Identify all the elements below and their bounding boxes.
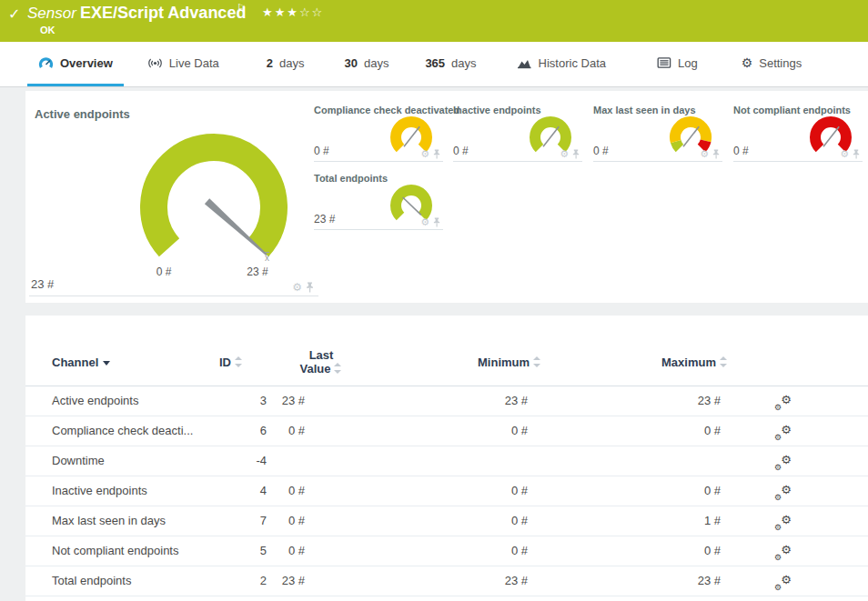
gear-icon: ⚙ bbox=[781, 424, 792, 436]
broadcast-icon bbox=[147, 56, 163, 70]
gauges-panel: Active endpoints 0 # 23 # x 23 # ⚙ Compl… bbox=[25, 91, 868, 303]
maximum-cell: 0 # bbox=[704, 544, 721, 557]
column-label: Channel bbox=[52, 356, 98, 369]
table-header-row: Channel ID Last Value Minimum Maximum bbox=[25, 316, 868, 386]
column-header-maximum[interactable]: Maximum bbox=[661, 356, 728, 369]
pin-icon[interactable] bbox=[305, 282, 315, 293]
channel-settings-icon[interactable]: ⚙⚙ bbox=[774, 424, 792, 442]
last-value-cell: 0 # bbox=[288, 424, 305, 437]
gear-icon[interactable]: ⚙ bbox=[840, 149, 849, 159]
gear-icon: ⚙ bbox=[781, 544, 792, 556]
object-kind-label: Sensor bbox=[27, 5, 76, 23]
maximum-cell: 1 # bbox=[704, 514, 721, 527]
tab-label: Live Data bbox=[169, 56, 219, 70]
gauge-value: 0 # bbox=[593, 145, 609, 157]
channel-settings-icon[interactable]: ⚙⚙ bbox=[774, 514, 792, 532]
pin-icon[interactable] bbox=[432, 217, 441, 227]
gauge-value: 0 # bbox=[453, 145, 469, 157]
tab-label: Log bbox=[678, 56, 698, 70]
sort-icon[interactable] bbox=[334, 363, 342, 374]
pin-icon[interactable] bbox=[432, 149, 441, 159]
channel-name-cell: Max last seen in days bbox=[52, 514, 166, 527]
sort-icon[interactable] bbox=[720, 356, 728, 367]
minimum-cell: 23 # bbox=[505, 574, 528, 587]
tab-label: Historic Data bbox=[539, 56, 606, 70]
channel-settings-icon[interactable]: ⚙⚙ bbox=[774, 574, 792, 592]
gauge-icon bbox=[38, 56, 54, 70]
tab-log[interactable]: Log bbox=[646, 42, 709, 86]
minimum-cell: 0 # bbox=[511, 544, 528, 557]
sort-icon[interactable] bbox=[235, 356, 243, 367]
tab-number: 2 bbox=[267, 56, 273, 70]
caret-down-icon bbox=[103, 361, 110, 366]
channel-settings-icon[interactable]: ⚙⚙ bbox=[774, 454, 792, 472]
channel-settings-icon[interactable]: ⚙⚙ bbox=[774, 484, 792, 502]
channel-id-cell: -4 bbox=[256, 454, 267, 467]
gear-icon[interactable]: ⚙ bbox=[292, 282, 302, 293]
tab-label: days bbox=[364, 56, 389, 70]
tab-overview[interactable]: Overview bbox=[27, 42, 124, 86]
table-row: Not compliant endpoints 5 0 # 0 # 0 # ⚙⚙ bbox=[25, 536, 868, 566]
gauge-card-not-compliant-endpoints: Not compliant endpoints 0 # ⚙ bbox=[733, 105, 863, 162]
tab-live-data[interactable]: Live Data bbox=[136, 42, 230, 86]
ok-check-icon: ✓ bbox=[8, 5, 20, 23]
tab-number: 30 bbox=[344, 56, 357, 70]
priority-stars[interactable]: ★★★☆☆ bbox=[262, 5, 324, 19]
maximum-cell: 0 # bbox=[704, 484, 721, 497]
column-label: Maximum bbox=[661, 356, 716, 369]
pin-icon[interactable] bbox=[571, 149, 580, 159]
gear-icon[interactable]: ⚙ bbox=[700, 149, 709, 159]
tab-historic-data[interactable]: Historic Data bbox=[506, 42, 617, 86]
channel-settings-icon[interactable]: ⚙⚙ bbox=[774, 394, 792, 412]
minimum-cell: 0 # bbox=[511, 484, 528, 497]
channel-id-cell: 4 bbox=[260, 484, 267, 497]
gear-icon[interactable]: ⚙ bbox=[420, 149, 429, 159]
flag-icon[interactable]: ⚐ bbox=[237, 2, 247, 15]
sensor-page: ✓ Sensor EXE/Script Advanced ⚐ ★★★☆☆ OK … bbox=[0, 0, 868, 601]
channel-name-cell: Active endpoints bbox=[52, 394, 138, 407]
tab-label: Settings bbox=[759, 56, 802, 70]
tab-30-days[interactable]: 30 days bbox=[333, 42, 399, 86]
tab-bar: Overview Live Data 2 days 30 days 365 da… bbox=[0, 42, 868, 87]
log-icon bbox=[657, 56, 671, 69]
maximum-cell: 23 # bbox=[698, 574, 721, 587]
column-header-channel[interactable]: Channel bbox=[52, 356, 110, 369]
minimum-cell: 0 # bbox=[511, 514, 528, 527]
gauge-scale-min: 0 # bbox=[136, 265, 191, 278]
gauge-card-compliance-check-deactivated: Compliance check deactivated 0 # ⚙ bbox=[314, 105, 443, 162]
gauge-card-active-endpoints: Active endpoints 0 # 23 # x 23 # ⚙ bbox=[29, 104, 318, 296]
gauge-value: 23 # bbox=[31, 277, 54, 291]
gauge-title: Active endpoints bbox=[35, 107, 130, 121]
column-header-last-value[interactable]: Last Value bbox=[294, 348, 348, 376]
maximum-cell: 0 # bbox=[704, 424, 721, 437]
channel-name-cell: Downtime bbox=[52, 454, 105, 467]
table-row: Max last seen in days 7 0 # 0 # 1 # ⚙⚙ bbox=[25, 506, 868, 536]
gear-icon[interactable]: ⚙ bbox=[420, 217, 429, 227]
table-row: Active endpoints 3 23 # 23 # 23 # ⚙⚙ bbox=[25, 386, 868, 416]
column-label: ID bbox=[219, 356, 231, 369]
table-row: Total endpoints 2 23 # 23 # 23 # ⚙⚙ bbox=[25, 566, 868, 596]
gauge-title: Total endpoints bbox=[314, 173, 388, 184]
channel-settings-icon[interactable]: ⚙⚙ bbox=[774, 544, 792, 562]
pin-icon[interactable] bbox=[712, 149, 721, 159]
gauge-value: 23 # bbox=[314, 213, 335, 225]
minimum-cell: 23 # bbox=[505, 394, 528, 407]
tab-365-days[interactable]: 365 days bbox=[414, 42, 487, 86]
table-row: Downtime -4 ⚙⚙ bbox=[25, 446, 868, 476]
tab-2-days[interactable]: 2 days bbox=[256, 42, 316, 86]
sort-icon[interactable] bbox=[533, 356, 541, 367]
last-value-cell: 23 # bbox=[282, 394, 305, 407]
tab-settings[interactable]: ⚙ Settings bbox=[731, 42, 813, 86]
column-label: Minimum bbox=[478, 356, 530, 369]
column-label: Last Value bbox=[300, 348, 334, 376]
sensor-status-bar: ✓ Sensor EXE/Script Advanced ⚐ ★★★☆☆ OK bbox=[0, 0, 868, 42]
pin-icon[interactable] bbox=[852, 149, 861, 159]
gear-icon: ⚙ bbox=[781, 394, 792, 406]
tab-label: days bbox=[279, 56, 304, 70]
column-header-minimum[interactable]: Minimum bbox=[478, 356, 541, 369]
column-header-id[interactable]: ID bbox=[219, 356, 243, 369]
channel-name-cell: Compliance check deacti... bbox=[52, 424, 193, 437]
gauge-card-inactive-endpoints: Inactive endpoints 0 # ⚙ bbox=[453, 105, 582, 162]
gear-icon: ⚙ bbox=[742, 55, 753, 70]
gear-icon[interactable]: ⚙ bbox=[560, 149, 569, 159]
